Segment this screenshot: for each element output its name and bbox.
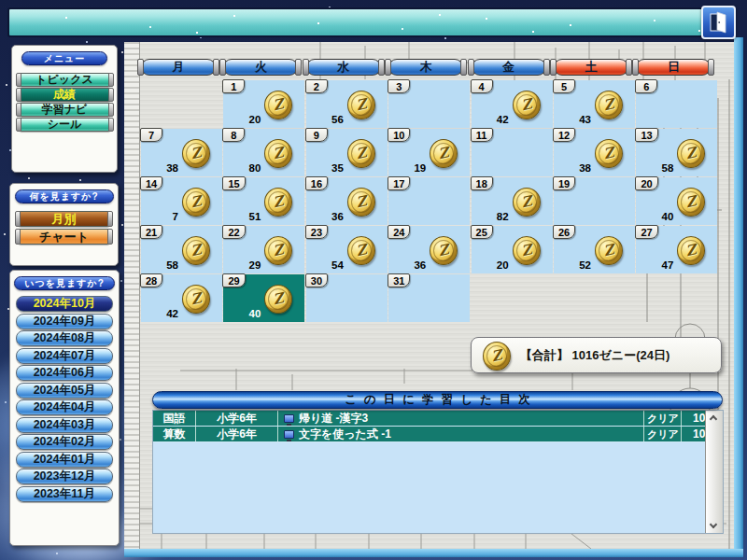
calendar-day-cell[interactable]: 28Z42 (141, 274, 222, 322)
coin-letter: Z (346, 93, 375, 115)
day-number-tab: 24 (388, 225, 410, 239)
zeny-coin-icon: Z (430, 139, 458, 168)
zeny-amount: 36 (308, 211, 344, 222)
calendar-day-cell[interactable]: 10Z19 (388, 129, 470, 176)
calendar-day-cell[interactable]: 12Z38 (554, 129, 635, 176)
total-label: 【合計】 1016ゼニー(24日) (520, 338, 717, 372)
study-table-row[interactable]: 国語小学6年帰り道 -漢字3クリア100 (153, 411, 723, 427)
calendar-day-cell[interactable]: 31 (388, 274, 470, 322)
month-item[interactable]: 2023年12月 (16, 469, 113, 484)
menu-item[interactable]: シール (20, 118, 110, 132)
zeny-amount: 52 (556, 259, 591, 271)
calendar-day-cell[interactable]: 29Z40 (223, 274, 304, 322)
coin-letter: Z (677, 239, 706, 260)
coin-letter: Z (181, 142, 210, 163)
month-item[interactable]: 2024年06月 (16, 365, 113, 381)
subject-cell: 算数 (153, 427, 196, 441)
calendar-day-cell[interactable]: 4Z42 (472, 80, 553, 128)
calendar-day-cell[interactable]: 26Z52 (554, 226, 635, 273)
zeny-amount: 36 (390, 259, 426, 271)
zeny-amount: 56 (308, 114, 344, 125)
day-number-tab: 2 (305, 79, 328, 93)
month-items: 2024年10月2024年09月2024年08月2024年07月2024年06月… (10, 296, 119, 502)
coin-letter: Z (512, 93, 541, 115)
calendar-day-cell[interactable]: 5Z43 (554, 80, 635, 128)
open-door-exit-icon (709, 11, 729, 34)
menu-item[interactable]: トピックス (20, 73, 110, 87)
calendar-day-cell[interactable]: 11 (472, 129, 553, 176)
scroll-down-arrow[interactable] (706, 518, 723, 533)
month-item[interactable]: 2024年01月 (16, 452, 113, 468)
month-item[interactable]: 2024年05月 (16, 383, 113, 399)
calendar-day-cell[interactable]: 21Z58 (141, 226, 222, 273)
view-mode-items: 月別チャート (10, 211, 118, 245)
calendar-day-cell[interactable]: 16Z36 (306, 177, 388, 225)
zeny-coin-icon: Z (595, 91, 623, 119)
coin-letter: Z (430, 142, 458, 163)
zeny-coin-icon: Z (513, 91, 541, 119)
calendar-day-cell[interactable]: 18Z82 (472, 177, 553, 225)
calendar-day-cell[interactable]: 20Z40 (636, 177, 717, 225)
coin-letter: Z (264, 287, 293, 309)
calendar-day-cell[interactable]: 23Z54 (306, 226, 388, 273)
month-item[interactable]: 2024年10月 (16, 296, 113, 312)
calendar-day-cell[interactable]: 1Z20 (223, 80, 304, 128)
calendar-day-cell[interactable]: 19 (554, 177, 635, 225)
view-mode-item[interactable]: 月別 (19, 211, 109, 227)
zeny-amount: 20 (225, 114, 261, 125)
month-item[interactable]: 2024年08月 (16, 330, 113, 346)
window-frame-bottom (124, 549, 743, 557)
day-number-tab: 12 (553, 128, 575, 142)
calendar-day-cell[interactable]: 8Z80 (223, 129, 304, 176)
calendar-day-cell[interactable]: 6 (636, 80, 717, 128)
month-item[interactable]: 2024年09月 (16, 314, 113, 329)
month-item[interactable]: 2024年02月 (16, 434, 113, 450)
calendar-day-cell[interactable]: 9Z35 (306, 129, 388, 176)
zeny-coin-icon: Z (595, 139, 623, 168)
scroll-up-arrow[interactable] (706, 411, 723, 426)
day-number-tab: 20 (635, 176, 657, 190)
day-number-tab: 17 (388, 176, 410, 190)
calendar-day-cell[interactable]: 30 (306, 274, 388, 322)
lesson-title: 文字を使った式 -1 (299, 427, 391, 441)
table-scrollbar[interactable] (705, 411, 723, 533)
zeny-coin-icon: Z (182, 188, 210, 217)
calendar-day-cell[interactable]: 24Z36 (388, 226, 470, 273)
month-item[interactable]: 2024年07月 (16, 348, 113, 364)
month-item[interactable]: 2024年04月 (16, 399, 113, 415)
zeny-coin-icon: Z (264, 188, 292, 217)
view-mode-item[interactable]: チャート (19, 229, 109, 245)
content-panel: 月火水木金土日 1Z202Z5634Z425Z4367Z388Z809Z3510… (124, 42, 734, 549)
menu-item[interactable]: 学習ナビ (20, 103, 110, 117)
calendar-day-cell[interactable]: 2Z56 (306, 80, 388, 128)
day-number-tab: 8 (222, 128, 245, 142)
calendar-day-cell[interactable]: 7Z38 (141, 129, 222, 176)
coin-letter: Z (594, 239, 623, 260)
calendar-day-cell[interactable]: 22Z29 (223, 226, 304, 273)
day-number-tab: 7 (140, 128, 162, 142)
month-item[interactable]: 2023年11月 (16, 486, 113, 502)
day-number-tab: 9 (305, 128, 328, 142)
zeny-coin-icon: Z (182, 236, 210, 265)
study-table-title-bar: この日に学習した目次 (152, 391, 723, 409)
grade-cell: 小学6年 (196, 427, 278, 441)
calendar-day-cell[interactable]: 14Z7 (141, 177, 222, 225)
day-number-tab: 3 (388, 79, 410, 93)
study-table-row[interactable]: 算数小学6年文字を使った式 -1クリア100 (153, 427, 723, 442)
month-item[interactable]: 2024年03月 (16, 417, 113, 433)
calendar-day-cell[interactable]: 17 (388, 177, 470, 225)
calendar-day-cell[interactable]: 3 (388, 80, 470, 128)
zeny-amount: 42 (473, 114, 509, 125)
calendar-day-cell[interactable]: 27Z47 (636, 226, 717, 273)
zeny-amount: 38 (556, 162, 591, 174)
exit-button[interactable] (701, 6, 736, 39)
weekday-pill: 土 (554, 59, 628, 76)
zeny-amount: 38 (143, 162, 178, 174)
coin-letter: Z (594, 142, 623, 163)
lesson-cell: 文字を使った式 -1 (278, 427, 644, 441)
weekday-pill: 日 (636, 59, 711, 76)
calendar-day-cell[interactable]: 15Z51 (223, 177, 304, 225)
calendar-day-cell[interactable]: 25Z20 (472, 226, 553, 273)
calendar-day-cell[interactable]: 13Z58 (636, 129, 717, 176)
menu-item[interactable]: 成績 (20, 88, 110, 102)
